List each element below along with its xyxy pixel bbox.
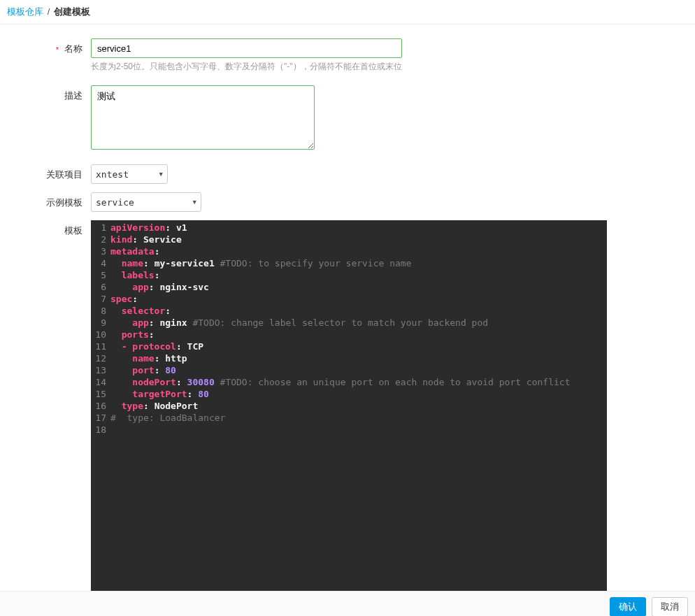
cancel-button[interactable]: 取消 — [652, 597, 688, 616]
label-description: 描述 — [0, 85, 91, 102]
breadcrumb: 模板仓库 / 创建模板 — [0, 0, 695, 24]
row-example-template: 示例模板 service ▼ — [0, 192, 695, 212]
breadcrumb-parent-link[interactable]: 模板仓库 — [7, 6, 43, 17]
example-template-select-value: service — [96, 197, 134, 208]
field-example-template: service ▼ — [91, 192, 695, 212]
name-hint: 长度为2-50位。只能包含小写字母、数字及分隔符（"-"），分隔符不能在首位或末… — [91, 61, 695, 73]
field-description: 测试 — [91, 85, 695, 152]
editor-code[interactable]: apiVersion: v1kind: Servicemetadata: nam… — [110, 222, 607, 587]
name-input[interactable] — [91, 38, 402, 58]
field-project: xntest ▼ — [91, 164, 695, 184]
code-editor[interactable]: 123456789101112131415161718 apiVersion: … — [91, 220, 607, 591]
row-description: 描述 测试 — [0, 85, 695, 152]
breadcrumb-current: 创建模板 — [54, 6, 90, 17]
row-project: 关联项目 xntest ▼ — [0, 164, 695, 184]
label-name: 名称 — [0, 38, 91, 55]
footer: 确认 取消 — [0, 591, 695, 616]
label-project: 关联项目 — [0, 164, 91, 181]
editor-gutter: 123456789101112131415161718 — [91, 222, 110, 587]
field-name: 长度为2-50位。只能包含小写字母、数字及分隔符（"-"），分隔符不能在首位或末… — [91, 38, 695, 73]
breadcrumb-separator: / — [48, 6, 50, 17]
project-select-value: xntest — [96, 169, 129, 180]
row-template: 模板 123456789101112131415161718 apiVersio… — [0, 220, 695, 591]
chevron-down-icon: ▼ — [193, 199, 196, 206]
description-textarea[interactable]: 测试 — [91, 85, 315, 150]
chevron-down-icon: ▼ — [159, 171, 163, 178]
create-template-form: 名称 长度为2-50位。只能包含小写字母、数字及分隔符（"-"），分隔符不能在首… — [0, 24, 695, 591]
label-template: 模板 — [0, 220, 91, 237]
row-name: 名称 长度为2-50位。只能包含小写字母、数字及分隔符（"-"），分隔符不能在首… — [0, 38, 695, 73]
field-template: 123456789101112131415161718 apiVersion: … — [91, 220, 695, 591]
confirm-button[interactable]: 确认 — [610, 597, 646, 616]
project-select[interactable]: xntest ▼ — [91, 164, 168, 184]
label-example-template: 示例模板 — [0, 192, 91, 209]
example-template-select[interactable]: service ▼ — [91, 192, 201, 212]
